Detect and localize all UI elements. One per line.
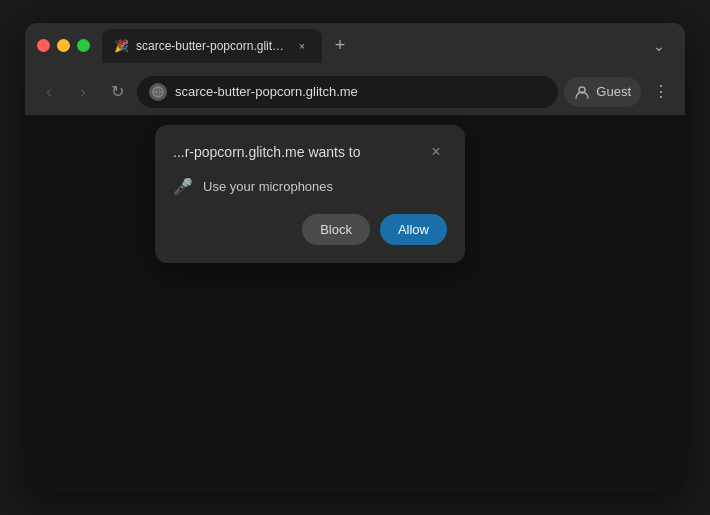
active-tab[interactable]: 🎉 scarce-butter-popcorn.glitch... × bbox=[102, 29, 322, 63]
back-button[interactable]: ‹ bbox=[35, 78, 63, 106]
traffic-lights bbox=[37, 39, 90, 52]
minimize-traffic-light[interactable] bbox=[57, 39, 70, 52]
tab-bar: 🎉 scarce-butter-popcorn.glitch... × + bbox=[102, 29, 637, 63]
guest-icon bbox=[574, 84, 590, 100]
browser-window: 🎉 scarce-butter-popcorn.glitch... × + ⌄ … bbox=[25, 23, 685, 493]
address-bar: ‹ › ↻ scarce-butter-popcorn.glitch.me Gu… bbox=[25, 69, 685, 115]
tab-expand-button[interactable]: ⌄ bbox=[645, 32, 673, 60]
tab-favicon: 🎉 bbox=[114, 39, 128, 53]
guest-label: Guest bbox=[596, 84, 631, 99]
popup-permission: 🎤 Use your microphones bbox=[173, 177, 447, 196]
permission-text: Use your microphones bbox=[203, 179, 333, 194]
guest-profile-button[interactable]: Guest bbox=[564, 77, 641, 107]
popup-title: ...r-popcorn.glitch.me wants to bbox=[173, 144, 361, 160]
new-tab-button[interactable]: + bbox=[326, 32, 354, 60]
popup-actions: Block Allow bbox=[173, 214, 447, 245]
tab-title: scarce-butter-popcorn.glitch... bbox=[136, 39, 286, 53]
allow-button[interactable]: Allow bbox=[380, 214, 447, 245]
site-icon bbox=[149, 83, 167, 101]
block-button[interactable]: Block bbox=[302, 214, 370, 245]
reload-button[interactable]: ↻ bbox=[103, 78, 131, 106]
address-field[interactable]: scarce-butter-popcorn.glitch.me bbox=[137, 76, 558, 108]
title-bar: 🎉 scarce-butter-popcorn.glitch... × + ⌄ bbox=[25, 23, 685, 69]
browser-menu-button[interactable]: ⋮ bbox=[647, 78, 675, 106]
forward-button[interactable]: › bbox=[69, 78, 97, 106]
popup-close-button[interactable]: × bbox=[425, 141, 447, 163]
popup-header: ...r-popcorn.glitch.me wants to × bbox=[173, 141, 447, 163]
permission-popup: ...r-popcorn.glitch.me wants to × 🎤 Use … bbox=[155, 125, 465, 263]
address-text: scarce-butter-popcorn.glitch.me bbox=[175, 84, 546, 99]
tab-close-button[interactable]: × bbox=[294, 38, 310, 54]
maximize-traffic-light[interactable] bbox=[77, 39, 90, 52]
close-traffic-light[interactable] bbox=[37, 39, 50, 52]
page-content: ...r-popcorn.glitch.me wants to × 🎤 Use … bbox=[25, 115, 685, 493]
microphone-icon: 🎤 bbox=[173, 177, 193, 196]
